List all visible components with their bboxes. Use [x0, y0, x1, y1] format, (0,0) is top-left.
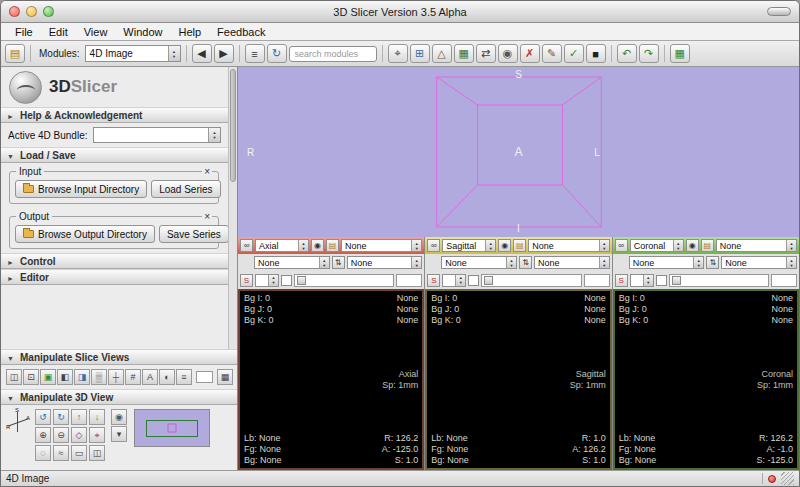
section-editor[interactable]: Editor: [1, 269, 228, 285]
slice-visibility-icon[interactable]: ◉: [686, 239, 699, 252]
link-slices-button[interactable]: ◫: [6, 369, 22, 385]
module-history-button[interactable]: ≡: [245, 44, 265, 63]
swap-layers-icon[interactable]: ⇅: [519, 256, 532, 269]
slice-options-icon[interactable]: ▤: [326, 239, 339, 252]
swap-layers-icon[interactable]: ⇅: [332, 256, 345, 269]
coronal-visible-checkbox[interactable]: [656, 275, 667, 286]
spin-button[interactable]: ◌: [35, 445, 51, 461]
view3d-viewport[interactable]: S I R L A: [238, 67, 799, 237]
load-series-button[interactable]: Load Series: [151, 180, 220, 198]
close-window-button[interactable]: [9, 6, 20, 17]
stepper-icon[interactable]: [455, 275, 465, 286]
stepper-icon[interactable]: [319, 257, 329, 268]
save-series-button[interactable]: Save Series: [159, 225, 229, 243]
stepper-icon[interactable]: [693, 257, 703, 268]
slice-options-icon[interactable]: ▤: [701, 239, 714, 252]
slice-options-icon[interactable]: ▤: [513, 239, 526, 252]
sidebar-scrollbar-thumb[interactable]: [230, 69, 236, 182]
link-slices-icon[interactable]: ∞: [427, 239, 440, 252]
slice-opacity-slider[interactable]: [196, 371, 213, 383]
screenshot-3d-button[interactable]: ◉: [111, 409, 127, 425]
coronal-offset-slider[interactable]: [669, 274, 769, 287]
menu-feedback[interactable]: Feedback: [209, 26, 273, 38]
editor-button[interactable]: ✎: [542, 44, 562, 63]
menu-help[interactable]: Help: [170, 26, 209, 38]
sagittal-viewport[interactable]: Bg I: 0 Bg J: 0 Bg K: 0 None None None S…: [425, 289, 611, 470]
output-close-icon[interactable]: [202, 212, 212, 222]
slice-label-icon[interactable]: S: [240, 274, 253, 287]
load-scene-button[interactable]: ▤: [5, 44, 25, 63]
interpolation-button[interactable]: ▒: [91, 369, 107, 385]
module-selector[interactable]: 4D Image: [85, 45, 181, 62]
menu-window[interactable]: Window: [115, 26, 170, 38]
browse-input-directory-button[interactable]: Browse Input Directory: [15, 180, 147, 198]
transforms-button[interactable]: ⇄: [476, 44, 496, 63]
stepper-icon[interactable]: [599, 240, 609, 251]
sidebar-scrollbar[interactable]: [228, 67, 237, 349]
slider-thumb[interactable]: [297, 276, 306, 285]
input-close-icon[interactable]: [202, 167, 212, 177]
module-prev-button[interactable]: ◀: [192, 44, 212, 63]
rotate-right-button[interactable]: ↻: [53, 409, 69, 425]
section-manipulate-3d-view[interactable]: Manipulate 3D View: [1, 389, 237, 405]
slice-visibility-icon[interactable]: ◉: [311, 239, 324, 252]
fit-slices-button[interactable]: ⊡: [23, 369, 39, 385]
stepper-icon[interactable]: [208, 128, 220, 142]
feedback-indicator-icon[interactable]: [768, 475, 776, 483]
coronal-offset-entry[interactable]: [771, 274, 797, 287]
stepper-icon[interactable]: [411, 257, 421, 268]
stepper-icon[interactable]: [673, 240, 683, 251]
view-select-button[interactable]: ▾: [111, 426, 127, 442]
apply-button[interactable]: ✓: [564, 44, 584, 63]
sagittal-mode-select[interactable]: [442, 274, 466, 287]
menu-edit[interactable]: Edit: [41, 26, 76, 38]
module-search-input[interactable]: [289, 46, 377, 62]
slice-options-menu-button[interactable]: ▦: [217, 369, 233, 385]
sagittal-foreground-select[interactable]: None: [528, 239, 609, 252]
section-control[interactable]: Control: [1, 253, 228, 269]
stepper-icon[interactable]: [411, 240, 421, 251]
coronal-label-select[interactable]: None: [721, 256, 797, 269]
coronal-background-select[interactable]: None: [629, 256, 705, 269]
axial-offset-entry[interactable]: [396, 274, 422, 287]
slice-label-icon[interactable]: S: [427, 274, 440, 287]
section-help-acknowledgement[interactable]: Help & Acknowledgement: [1, 107, 228, 123]
label-visibility-button[interactable]: ▣: [40, 369, 56, 385]
active-bundle-combobox[interactable]: [93, 127, 222, 143]
section-manipulate-slice-views[interactable]: Manipulate Slice Views: [1, 349, 237, 365]
stepper-icon[interactable]: [506, 257, 516, 268]
menu-view[interactable]: View: [76, 26, 116, 38]
undo-button[interactable]: ↶: [617, 44, 637, 63]
module-refresh-button[interactable]: ↻: [267, 44, 287, 63]
sagittal-visible-checkbox[interactable]: [468, 275, 479, 286]
swap-layers-icon[interactable]: ⇅: [706, 256, 719, 269]
stepper-icon[interactable]: [643, 275, 653, 286]
sagittal-label-select[interactable]: None: [534, 256, 610, 269]
view3d-navigation-thumbnail[interactable]: [134, 409, 210, 447]
slice-visibility-icon[interactable]: ◉: [498, 239, 511, 252]
axial-viewport[interactable]: Bg I: 0 Bg J: 0 Bg K: 0 None None None A…: [238, 289, 424, 470]
tilt-down-button[interactable]: ↓: [89, 409, 105, 425]
module-next-button[interactable]: ▶: [214, 44, 234, 63]
center-view-button[interactable]: ⌖: [89, 427, 105, 443]
zoom-window-button[interactable]: [43, 6, 54, 17]
viewer-button[interactable]: ■: [586, 44, 606, 63]
background-layer-button[interactable]: ◨: [74, 369, 90, 385]
menu-file[interactable]: File: [7, 26, 41, 38]
close-scene-button[interactable]: ✗: [520, 44, 540, 63]
link-slices-icon[interactable]: ∞: [240, 239, 253, 252]
layout-button[interactable]: ⊞: [410, 44, 430, 63]
stepper-icon[interactable]: [485, 240, 495, 251]
crosshair-button[interactable]: ┼: [108, 369, 124, 385]
browse-output-directory-button[interactable]: Browse Output Directory: [15, 225, 155, 243]
axial-background-select[interactable]: None: [254, 256, 330, 269]
sagittal-offset-entry[interactable]: [584, 274, 610, 287]
axial-label-select[interactable]: None: [347, 256, 423, 269]
rock-button[interactable]: ≈: [53, 445, 69, 461]
stepper-icon[interactable]: [786, 257, 796, 268]
stepper-icon[interactable]: [268, 275, 278, 286]
redo-button[interactable]: ↷: [639, 44, 659, 63]
sagittal-orientation-select[interactable]: Sagittal: [442, 239, 496, 252]
models-button[interactable]: △: [432, 44, 452, 63]
slice-spacing-button[interactable]: ≡: [176, 369, 192, 385]
